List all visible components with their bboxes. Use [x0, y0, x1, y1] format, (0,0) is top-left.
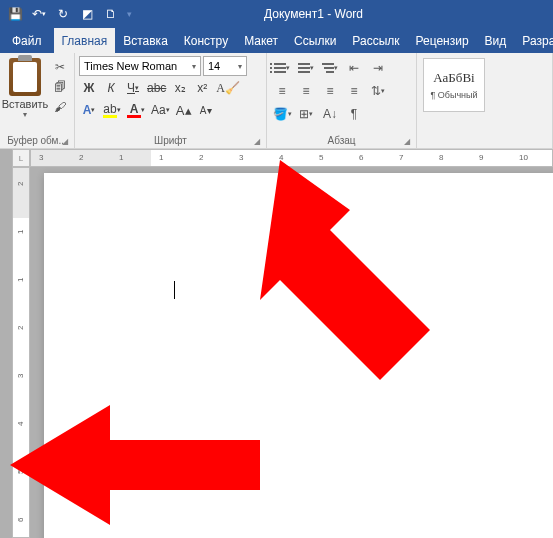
- copy-icon[interactable]: 🗐: [50, 78, 70, 96]
- italic-button[interactable]: К: [101, 78, 121, 98]
- paste-button[interactable]: Вставить ▾: [4, 56, 46, 119]
- numbering-button[interactable]: ▾: [295, 58, 317, 78]
- window-title: Документ1 - Word: [134, 7, 553, 21]
- show-marks-button[interactable]: ¶: [343, 104, 365, 124]
- tab-file[interactable]: Файл: [0, 28, 54, 53]
- clipboard-group-label: Буфер обм... ◢: [4, 133, 70, 148]
- clipboard-icon: [9, 58, 41, 96]
- shading-button[interactable]: 🪣▾: [271, 104, 293, 124]
- horizontal-ruler[interactable]: 32112345678910: [30, 149, 553, 167]
- borders-button[interactable]: ⊞▾: [295, 104, 317, 124]
- align-center-button[interactable]: ≡: [295, 81, 317, 101]
- align-left-button[interactable]: ≡: [271, 81, 293, 101]
- format-painter-icon[interactable]: 🖌: [50, 98, 70, 116]
- line-spacing-button[interactable]: ⇅▾: [367, 81, 389, 101]
- group-styles: АаБбВі ¶ Обычный: [417, 53, 553, 148]
- new-doc-icon[interactable]: 🗋: [100, 3, 122, 25]
- font-name-combo[interactable]: Times New Roman▾: [79, 56, 201, 76]
- font-group-label: Шрифт ◢: [79, 133, 262, 148]
- font-launcher-icon[interactable]: ◢: [254, 137, 260, 146]
- group-paragraph: ▾ ▾ ▾ ⇤ ⇥ ≡ ≡ ≡ ≡ ⇅▾ 🪣▾ ⊞▾ A↓ ¶ Абзац: [267, 53, 417, 148]
- font-size-combo[interactable]: 14▾: [203, 56, 247, 76]
- bullets-button[interactable]: ▾: [271, 58, 293, 78]
- tab-insert[interactable]: Вставка: [115, 28, 176, 53]
- increase-indent-button[interactable]: ⇥: [367, 58, 389, 78]
- style-name-text: ¶ Обычный: [430, 90, 477, 100]
- cut-icon[interactable]: ✂: [50, 58, 70, 76]
- text-effects-button[interactable]: A▾: [79, 100, 99, 120]
- sort-button[interactable]: A↓: [319, 104, 341, 124]
- vertical-ruler[interactable]: 21123456: [12, 167, 30, 538]
- align-right-button[interactable]: ≡: [319, 81, 341, 101]
- qat-icon[interactable]: ◩: [76, 3, 98, 25]
- tab-design[interactable]: Констру: [176, 28, 236, 53]
- tab-home[interactable]: Главная: [54, 28, 116, 53]
- paragraph-group-label: Абзац ◢: [271, 133, 412, 148]
- underline-button[interactable]: Ч▾: [123, 78, 143, 98]
- title-bar: 💾 ↶▾ ↻ ◩ 🗋 ▾ Документ1 - Word: [0, 0, 553, 28]
- quick-access-toolbar: 💾 ↶▾ ↻ ◩ 🗋 ▾: [0, 3, 134, 25]
- document-page[interactable]: [44, 173, 553, 538]
- bold-button[interactable]: Ж: [79, 78, 99, 98]
- clipboard-launcher-icon[interactable]: ◢: [62, 137, 68, 146]
- style-sample-text: АаБбВі: [433, 70, 474, 86]
- paragraph-launcher-icon[interactable]: ◢: [404, 137, 410, 146]
- decrease-indent-button[interactable]: ⇤: [343, 58, 365, 78]
- highlight-button[interactable]: ab▾: [101, 100, 123, 120]
- change-case-button[interactable]: Aa▾: [149, 100, 172, 120]
- tab-references[interactable]: Ссылки: [286, 28, 344, 53]
- paste-label: Вставить: [2, 98, 49, 110]
- tab-developer[interactable]: Разрабо: [514, 28, 553, 53]
- undo-icon[interactable]: ↶▾: [28, 3, 50, 25]
- strike-button[interactable]: abc: [145, 78, 168, 98]
- tab-layout[interactable]: Макет: [236, 28, 286, 53]
- style-normal[interactable]: АаБбВі ¶ Обычный: [423, 58, 485, 112]
- document-area: L 32112345678910 21123456: [0, 149, 553, 538]
- ribbon-tabs: Файл Главная Вставка Констру Макет Ссылк…: [0, 28, 553, 53]
- clear-format-button[interactable]: A🧹: [214, 78, 242, 98]
- group-font: Times New Roman▾ 14▾ Ж К Ч▾ abc x₂ x² A🧹…: [75, 53, 267, 148]
- justify-button[interactable]: ≡: [343, 81, 365, 101]
- subscript-button[interactable]: x₂: [170, 78, 190, 98]
- styles-group-label: [421, 144, 548, 148]
- ribbon: Вставить ▾ ✂ 🗐 🖌 Буфер обм... ◢ Times Ne…: [0, 53, 553, 149]
- group-clipboard: Вставить ▾ ✂ 🗐 🖌 Буфер обм... ◢: [0, 53, 75, 148]
- redo-icon[interactable]: ↻: [52, 3, 74, 25]
- multilevel-button[interactable]: ▾: [319, 58, 341, 78]
- shrink-font-button[interactable]: A▾: [196, 100, 216, 120]
- text-cursor: [174, 281, 175, 299]
- font-color-button[interactable]: A▾: [125, 100, 147, 120]
- ruler-corner[interactable]: L: [12, 149, 30, 167]
- save-icon[interactable]: 💾: [4, 3, 26, 25]
- tab-review[interactable]: Рецензир: [408, 28, 477, 53]
- superscript-button[interactable]: x²: [192, 78, 212, 98]
- tab-mailings[interactable]: Рассылк: [344, 28, 407, 53]
- tab-view[interactable]: Вид: [477, 28, 515, 53]
- grow-font-button[interactable]: A▴: [174, 100, 194, 120]
- qat-customize-icon[interactable]: ▾: [124, 9, 134, 19]
